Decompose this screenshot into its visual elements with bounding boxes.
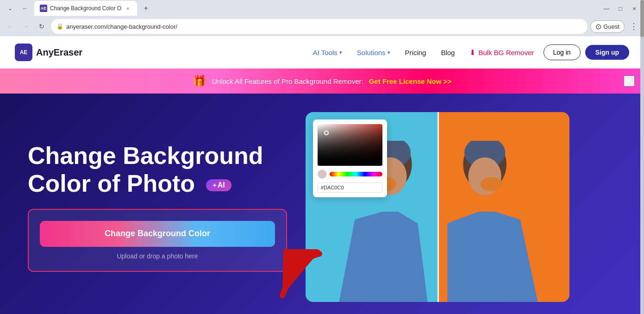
profile-button[interactable]: ⊙ Guest — [590, 20, 625, 33]
color-cursor[interactable] — [324, 131, 329, 135]
nav-buttons: Log in Sign up — [544, 44, 629, 60]
svg-point-8 — [481, 177, 503, 191]
hex-input[interactable] — [318, 183, 382, 192]
nav-ai-tools[interactable]: AI Tools ▾ — [313, 49, 342, 57]
nav-bulk-bg[interactable]: ⬇ Bulk BG Remover — [469, 48, 534, 57]
browser-menu-button[interactable]: ⋮ — [627, 20, 640, 33]
color-picker[interactable]: HEX ▲ ▼ — [313, 119, 387, 197]
upload-hint: Upload or drop a photo here — [40, 252, 275, 260]
promo-link[interactable]: Get Free License Now >> — [369, 77, 451, 85]
nav-blog[interactable]: Blog — [441, 49, 455, 57]
website-content: AE AnyEraser AI Tools ▾ Solutions ▾ Pric… — [0, 36, 644, 314]
demo-right-background — [438, 112, 569, 302]
nav-pricing[interactable]: Pricing — [405, 49, 426, 57]
color-gradient-picker[interactable] — [318, 124, 382, 166]
back-tab-button[interactable]: ← — [19, 2, 31, 15]
signup-button[interactable]: Sign up — [585, 45, 629, 60]
color-slider-row — [318, 170, 382, 179]
profile-label: Guest — [603, 23, 619, 30]
hero-demo-image: HEX ▲ ▼ — [306, 112, 569, 302]
hero-section: Change Background Color of Photo +AI Cha… — [0, 94, 644, 314]
url-bar[interactable]: 🔒 anyeraser.com/change-background-color/ — [51, 19, 588, 34]
scrollbar[interactable] — [640, 0, 644, 314]
back-button[interactable]: ← — [4, 20, 17, 33]
brand-name: AnyEraser — [36, 47, 82, 58]
address-bar: ← → ↻ 🔒 anyeraser.com/change-background-… — [0, 17, 644, 36]
hero-title: Change Background Color of Photo +AI — [28, 142, 287, 198]
ai-badge: +AI — [206, 179, 231, 191]
url-text: anyeraser.com/change-background-color/ — [66, 23, 582, 30]
download-icon: ⬇ — [469, 48, 475, 57]
nav-solutions[interactable]: Solutions ▾ — [357, 49, 390, 57]
maximize-button[interactable]: □ — [614, 2, 626, 14]
logo-icon: AE — [15, 44, 32, 61]
reload-button[interactable]: ↻ — [35, 20, 48, 33]
change-background-color-button[interactable]: Change Background Color — [40, 221, 275, 247]
nav-links: AI Tools ▾ Solutions ▾ Pricing Blog ⬇ Bu… — [313, 48, 534, 57]
promo-text: Unlock All Features of Pro Background Re… — [212, 77, 363, 85]
promo-close-button[interactable]: × — [624, 75, 635, 87]
browser-tab[interactable]: AE Change Background Color O × — [34, 1, 137, 16]
profile-icon: ⊙ — [595, 22, 601, 31]
tab-favicon: AE — [40, 5, 47, 12]
upload-box: Change Background Color Upload or drop a… — [28, 209, 287, 272]
scrollbar-thumb[interactable] — [640, 0, 644, 37]
split-divider — [438, 112, 439, 302]
new-tab-button[interactable]: + — [140, 2, 152, 14]
tab-title: Change Background Color O — [50, 5, 121, 12]
url-lock-icon: 🔒 — [56, 23, 63, 30]
main-nav: AE AnyEraser AI Tools ▾ Solutions ▾ Pric… — [0, 36, 644, 69]
window-controls: — □ × — [600, 2, 640, 14]
arrow-svg — [273, 249, 338, 314]
tab-list-button[interactable]: ⌄ — [4, 2, 17, 15]
minimize-button[interactable]: — — [600, 2, 613, 14]
color-preview-dot — [318, 170, 327, 179]
solutions-chevron: ▾ — [388, 50, 390, 56]
tab-close-button[interactable]: × — [124, 5, 131, 12]
hex-input-row: HEX ▲ ▼ — [318, 182, 382, 193]
demo-split-image: HEX ▲ ▼ — [306, 112, 569, 302]
rainbow-slider[interactable] — [330, 172, 382, 176]
person-right-half — [438, 141, 569, 302]
gift-icon: 🎁 — [193, 75, 206, 88]
logo-area[interactable]: AE AnyEraser — [15, 44, 82, 61]
forward-button[interactable]: → — [19, 20, 32, 33]
login-button[interactable]: Log in — [544, 44, 581, 60]
arrow-pointer — [273, 249, 338, 314]
promo-banner: 🎁 Unlock All Features of Pro Background … — [0, 69, 644, 94]
ai-tools-chevron: ▾ — [339, 50, 342, 56]
close-window-button[interactable]: × — [628, 2, 640, 14]
hero-left: Change Background Color of Photo +AI Cha… — [28, 142, 287, 272]
